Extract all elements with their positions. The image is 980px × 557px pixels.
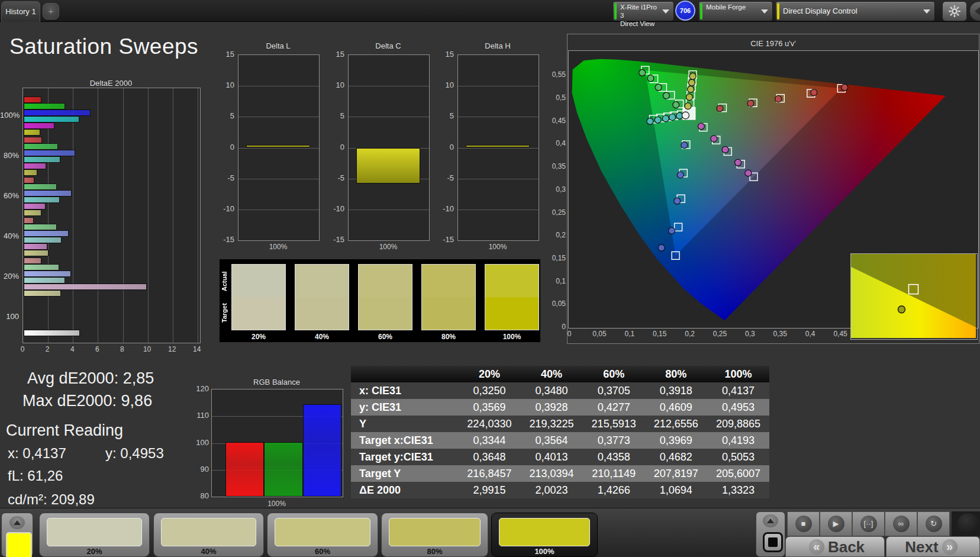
cie-y-tick: 0,2 — [544, 231, 566, 239]
delta-c-y-tick: 15 — [327, 50, 344, 59]
patch-button-100%[interactable]: 100% — [491, 513, 598, 557]
target-point-blue — [675, 223, 682, 231]
delta-h-y-tick: -15 — [436, 235, 454, 244]
table-cell: 213,0394 — [520, 465, 582, 482]
delta-h-y-tick: 0 — [436, 143, 454, 152]
pattern-scroll-up-button[interactable] — [763, 514, 778, 527]
stop-icon: ■ — [795, 516, 812, 532]
patch-button-40%[interactable]: 40% — [153, 513, 264, 557]
measured-point-green — [655, 84, 662, 91]
rgb-balance-title: RGB Balance — [211, 378, 342, 387]
table-cell: 0,4358 — [583, 449, 645, 465]
target-swatch-100% — [485, 297, 539, 330]
patch-button-60%[interactable]: 60% — [267, 513, 378, 557]
delta-c-y-tick: -10 — [327, 204, 344, 213]
next-button[interactable]: Next» — [886, 536, 980, 557]
gridline — [349, 210, 429, 210]
measured-point-blue — [669, 227, 675, 234]
gridline — [238, 210, 319, 210]
rgb-y-tick: 120 — [192, 384, 209, 393]
delta-h-y-tick: -5 — [436, 173, 454, 182]
refresh-button[interactable]: ↻ — [917, 511, 950, 536]
deltae-bar-100% — [24, 96, 41, 103]
gridline — [458, 179, 539, 179]
table-col-header: 100% — [707, 366, 769, 382]
deltae-bar-20% — [24, 290, 61, 297]
meter-status-strip — [614, 3, 617, 20]
record-circle-icon — [958, 513, 979, 535]
collapse-panel-button[interactable] — [969, 1, 980, 21]
measured-point-magenta — [735, 159, 742, 166]
add-tab-button[interactable]: + — [43, 3, 59, 20]
cie-inset-diagram — [851, 254, 976, 338]
deltae-x-tick: 0 — [17, 345, 28, 353]
table-row-label: Target Y — [351, 465, 458, 482]
back-button[interactable]: «Back — [785, 536, 885, 557]
deltae-bar-40% — [24, 230, 69, 237]
refresh-icon: ↻ — [926, 516, 942, 532]
inset-measured-circle — [898, 306, 905, 313]
delta-l-chart — [238, 54, 320, 241]
measured-point-red — [717, 105, 723, 112]
meter-dropdown[interactable]: X-Rite i1Pro 3 Direct View — [612, 1, 674, 21]
gear-icon — [948, 5, 961, 18]
actual-target-swatch-panel: ActualTarget20%40%60%80%100% — [220, 259, 540, 342]
delta-h-bar — [466, 145, 530, 148]
avg-de2000: Avg dE2000: 2,85 — [27, 369, 154, 388]
stop-button[interactable]: ■ — [787, 511, 820, 536]
play-button[interactable]: ▶ — [820, 511, 852, 536]
display-control-dropdown[interactable]: Direct Display Control — [775, 1, 935, 21]
measured-point-green — [663, 92, 669, 99]
table-row-label: Target y:CIE31 — [351, 449, 458, 465]
current-fl: fL: 61,26 — [8, 468, 63, 484]
rgb-bar-Green — [264, 442, 303, 497]
measured-point-cyan — [669, 114, 676, 121]
step-icon: [··] — [860, 516, 877, 532]
actual-swatch-60% — [358, 264, 412, 297]
deltae-bar-100% — [24, 129, 40, 136]
delta-l-y-tick: 10 — [217, 81, 234, 89]
infinity-icon: ∞ — [893, 516, 910, 532]
table-cell: 205,6007 — [707, 465, 769, 482]
measured-point-blue — [681, 142, 688, 149]
swatch-label: 60% — [358, 333, 412, 341]
table-cell: 0,4953 — [707, 399, 769, 416]
meter-count-badge[interactable]: 706 — [675, 1, 695, 21]
current-color-chip — [6, 532, 32, 557]
gridline — [458, 86, 539, 86]
cie-x-tick: 0,25 — [710, 330, 731, 338]
measured-point-cyan — [647, 118, 653, 124]
patch-button-80%[interactable]: 80% — [381, 513, 488, 557]
step-button[interactable]: [··] — [852, 511, 885, 536]
measured-point-green — [639, 69, 646, 76]
table-cell: 2,0023 — [520, 482, 582, 498]
deltae-bar-60% — [24, 210, 41, 216]
max-de2000: Max dE2000: 9,86 — [22, 392, 152, 410]
pattern-window-panel — [756, 511, 785, 557]
tab-history[interactable]: History 1 — [1, 1, 40, 22]
swatch-label: 20% — [231, 333, 286, 341]
deltae-bar-20% — [24, 257, 41, 264]
delta-c-y-tick: -5 — [327, 173, 344, 182]
patch-list-panel — [1, 513, 33, 557]
table-cell: 0,3344 — [458, 432, 520, 449]
measured-point-green — [673, 102, 679, 108]
cie-y-tick: 0,05 — [544, 300, 566, 308]
cie-y-tick: 0,4 — [544, 139, 566, 147]
pattern-window-button[interactable] — [763, 532, 783, 552]
display-control-name: Direct Display Control — [783, 3, 920, 20]
target-row-label: Target — [221, 296, 228, 330]
table-cell: 0,4013 — [520, 449, 582, 465]
table-cell: 0,3480 — [520, 382, 582, 399]
measured-point-yellow — [686, 94, 693, 101]
table-col-header: 20% — [458, 366, 520, 382]
table-cell: 0,3918 — [645, 382, 707, 399]
deltae-bar-80% — [24, 150, 75, 156]
delta-c-chart — [348, 54, 430, 241]
cie-x-tick: 0 — [559, 330, 580, 338]
patch-button-20%[interactable]: 20% — [39, 513, 150, 557]
source-dropdown[interactable]: Mobile Forge — [698, 1, 773, 21]
settings-button[interactable] — [942, 1, 967, 21]
scroll-up-button[interactable] — [9, 516, 25, 529]
loop-button[interactable]: ∞ — [885, 511, 917, 536]
